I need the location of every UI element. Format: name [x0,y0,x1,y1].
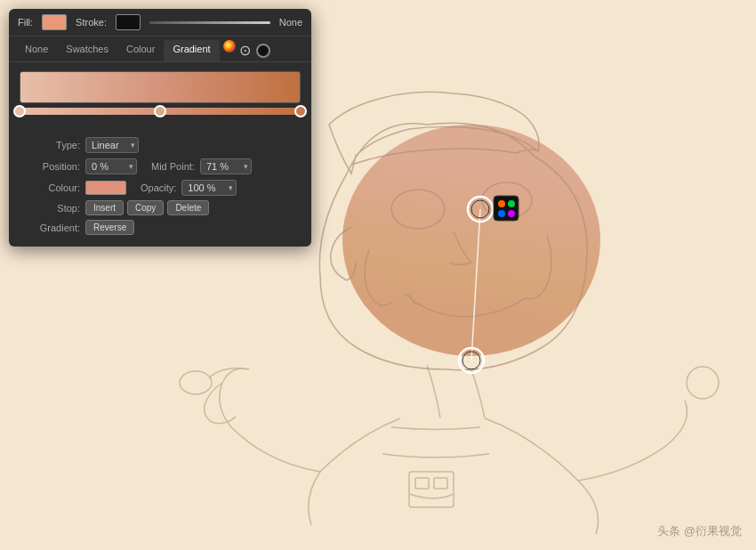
tab-swatches[interactable]: Swatches [57,40,117,61]
color-wheel-icon[interactable] [223,40,236,53]
midpoint-select-wrapper: 71 % [200,158,252,174]
gradient-preview-bar[interactable] [20,71,301,103]
stroke-slider-container [149,21,270,24]
fill-stroke-bar: Fill: Stroke: None [9,9,311,36]
reverse-button[interactable]: Reverse [85,220,134,235]
colour-opacity-row: Colour: Opacity: 100 % [20,179,301,196]
svg-point-0 [342,125,600,356]
delete-button[interactable]: Delete [167,200,209,215]
svg-point-14 [498,200,505,207]
svg-point-17 [508,210,515,217]
gradient-row: Gradient: Reverse [20,220,301,235]
type-select-wrapper: Linear Radial [85,136,139,153]
tab-none[interactable]: None [16,40,57,61]
gradient-stops-track[interactable] [20,108,301,115]
svg-point-16 [498,210,505,217]
tab-colour[interactable]: Colour [117,40,164,61]
copy-button[interactable]: Copy [127,200,164,215]
midpoint-label: Mid Point: [151,161,195,172]
tab-bar: None Swatches Colour Gradient ⊙ [9,36,311,62]
position-midpoint-row: Position: 0 % Mid Point: 71 % [20,158,301,174]
svg-point-10 [471,200,489,218]
tab-gradient[interactable]: Gradient [164,40,219,61]
svg-point-4 [687,367,719,399]
svg-rect-7 [434,478,447,489]
svg-rect-5 [409,472,454,507]
position-select[interactable]: 0 % [85,158,137,174]
svg-rect-6 [415,478,429,489]
gradient-label: Gradient: [20,222,80,233]
stroke-label: Stroke: [76,17,107,28]
insert-button[interactable]: Insert [85,200,124,215]
opacity-select-wrapper: 100 % [181,179,237,196]
fill-label: Fill: [18,17,33,28]
stop-buttons: Insert Copy Delete [85,200,209,215]
position-label: Position: [20,161,80,172]
gradient-preview-container [9,62,311,129]
panel-body: Type: Linear Radial Position: 0 % Mid Po… [9,129,311,247]
midpoint-select[interactable]: 71 % [200,158,252,174]
type-row: Type: Linear Radial [20,136,301,153]
svg-point-15 [508,200,515,207]
gradient-stop-left[interactable] [13,105,26,117]
stroke-swatch[interactable] [116,14,141,30]
black-circle-icon[interactable] [256,44,270,58]
fill-swatch[interactable] [42,14,67,30]
svg-point-12 [462,352,480,369]
svg-rect-13 [494,196,519,221]
opacity-label: Opacity: [141,182,176,193]
type-label: Type: [20,140,80,150]
gradient-stop-mid[interactable] [154,105,166,117]
gradient-stops-bar [20,108,301,124]
stroke-none-label: None [279,17,302,28]
gradient-stop-right[interactable] [294,105,307,117]
opacity-select[interactable]: 100 % [181,180,237,196]
position-select-wrapper: 0 % [85,158,137,174]
colour-label: Colour: [20,182,80,193]
stroke-slider[interactable] [149,21,270,24]
stop-row: Stop: Insert Copy Delete [20,200,301,215]
type-select[interactable]: Linear Radial [85,137,139,153]
colour-swatch[interactable] [85,181,126,195]
watermark: 头条 @衍果视觉 [657,523,742,539]
dropper-icon[interactable]: ⊙ [236,40,254,61]
stop-label: Stop: [20,203,80,214]
svg-point-3 [180,371,212,394]
gradient-panel: Fill: Stroke: None None Swatches Colour … [9,9,311,247]
